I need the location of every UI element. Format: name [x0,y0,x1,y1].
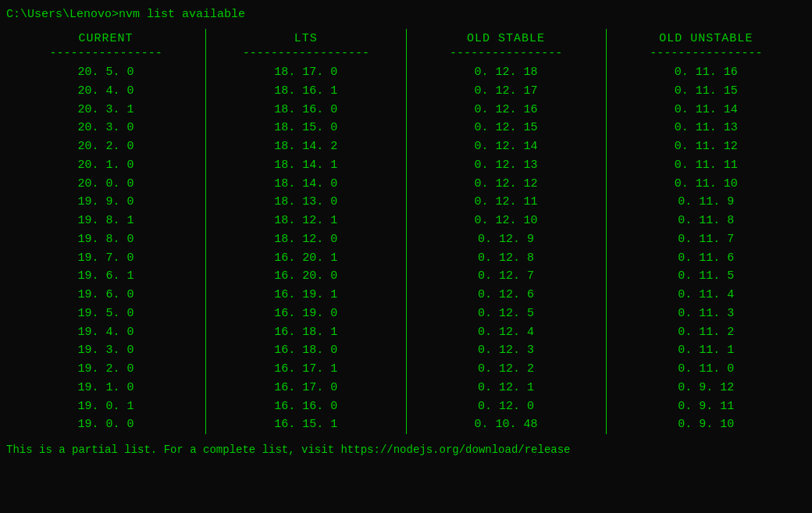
version-cell: 16. 18. 0 [209,341,402,360]
version-cell: 0. 11. 0 [610,360,803,379]
version-cell: 16. 19. 1 [209,286,402,305]
version-cell: 19. 4. 0 [9,323,202,342]
version-cell: 16. 18. 1 [209,323,402,342]
version-cell: 0. 9. 11 [610,397,803,416]
version-cell: 0. 11. 13 [610,119,803,137]
version-cell: 16. 19. 0 [209,305,402,323]
version-cell: 0. 11. 1 [610,341,803,360]
version-cell: 0. 12. 1 [410,379,603,397]
version-cell: 0. 11. 9 [610,193,803,212]
col-separator-1: ------------------ [209,47,402,60]
version-cell: 18. 13. 0 [209,193,402,212]
version-cell: 18. 16. 1 [209,82,402,101]
version-cell: 19. 6. 0 [9,286,202,305]
col-header-2: OLD STABLE [410,29,603,47]
version-cell: 16. 20. 0 [209,267,402,286]
column-old-stable: OLD STABLE----------------0. 12. 180. 12… [407,29,607,434]
terminal-window: C:\Users\Lenovo>nvm list available CURRE… [6,8,806,456]
version-cell: 0. 12. 10 [410,212,603,230]
version-cell: 0. 10. 48 [410,415,603,434]
version-cell: 19. 8. 0 [9,230,202,249]
version-cell: 0. 11. 5 [610,267,803,286]
version-cell: 0. 12. 3 [410,341,603,360]
version-cell: 0. 11. 4 [610,286,803,305]
version-cell: 0. 11. 8 [610,212,803,230]
version-cell: 0. 11. 11 [610,156,803,175]
version-cell: 0. 11. 7 [610,230,803,249]
version-cell: 16. 20. 1 [209,249,402,268]
version-cell: 16. 16. 0 [209,397,402,416]
version-cell: 19. 5. 0 [9,305,202,323]
version-cell: 0. 12. 8 [410,249,603,268]
version-cell: 20. 3. 1 [9,101,202,119]
col-header-3: OLD UNSTABLE [610,29,803,47]
version-cell: 0. 12. 18 [410,63,603,82]
version-cell: 0. 11. 14 [610,101,803,119]
version-cell: 0. 12. 0 [410,397,603,416]
version-cell: 0. 11. 3 [610,305,803,323]
version-cell: 18. 12. 1 [209,212,402,230]
version-cell: 0. 9. 10 [610,415,803,434]
version-cell: 0. 11. 2 [610,323,803,342]
version-cell: 0. 12. 16 [410,101,603,119]
version-cell: 0. 12. 5 [410,305,603,323]
version-cell: 19. 8. 1 [9,212,202,230]
version-cell: 18. 14. 2 [209,137,402,156]
col-header-1: LTS [209,29,402,47]
col-header-0: CURRENT [9,29,202,47]
version-cell: 18. 14. 1 [209,156,402,175]
version-cell: 0. 12. 13 [410,156,603,175]
version-cell: 16. 17. 0 [209,379,402,397]
column-current: CURRENT----------------20. 5. 020. 4. 02… [6,29,206,434]
version-cell: 0. 11. 6 [610,249,803,268]
version-cell: 18. 14. 0 [209,175,402,194]
version-cell: 19. 2. 0 [9,360,202,379]
version-cell: 19. 3. 0 [9,341,202,360]
version-cell: 0. 9. 12 [610,379,803,397]
version-cell: 19. 0. 1 [9,397,202,416]
version-cell: 16. 17. 1 [209,360,402,379]
version-cell: 0. 12. 15 [410,119,603,137]
version-cell: 18. 16. 0 [209,101,402,119]
version-cell: 0. 11. 15 [610,82,803,101]
version-cell: 0. 12. 2 [410,360,603,379]
version-cell: 0. 12. 6 [410,286,603,305]
version-cell: 0. 12. 14 [410,137,603,156]
version-cell: 0. 12. 12 [410,175,603,194]
command-line: C:\Users\Lenovo>nvm list available [6,8,806,21]
version-table: CURRENT----------------20. 5. 020. 4. 02… [6,29,806,434]
col-separator-2: ---------------- [410,47,603,60]
version-cell: 20. 0. 0 [9,175,202,194]
version-cell: 0. 12. 11 [410,193,603,212]
version-cell: 20. 5. 0 [9,63,202,82]
version-cell: 19. 7. 0 [9,249,202,268]
version-cell: 20. 1. 0 [9,156,202,175]
version-cell: 18. 15. 0 [209,119,402,137]
footer-text: This is a partial list. For a complete l… [6,444,806,456]
version-cell: 18. 17. 0 [209,63,402,82]
version-cell: 0. 11. 12 [610,137,803,156]
version-cell: 0. 12. 17 [410,82,603,101]
version-cell: 20. 2. 0 [9,137,202,156]
version-cell: 0. 11. 10 [610,175,803,194]
version-cell: 19. 0. 0 [9,415,202,434]
version-cell: 19. 1. 0 [9,379,202,397]
version-cell: 19. 9. 0 [9,193,202,212]
version-cell: 0. 12. 7 [410,267,603,286]
column-lts: LTS------------------18. 17. 018. 16. 11… [206,29,406,434]
version-cell: 0. 12. 9 [410,230,603,249]
version-cell: 16. 15. 1 [209,415,402,434]
column-old-unstable: OLD UNSTABLE----------------0. 11. 160. … [607,29,806,434]
version-cell: 20. 4. 0 [9,82,202,101]
version-cell: 0. 12. 4 [410,323,603,342]
version-cell: 18. 12. 0 [209,230,402,249]
col-separator-0: ---------------- [9,47,202,60]
version-cell: 19. 6. 1 [9,267,202,286]
col-separator-3: ---------------- [610,47,803,60]
version-cell: 0. 11. 16 [610,63,803,82]
version-cell: 20. 3. 0 [9,119,202,137]
